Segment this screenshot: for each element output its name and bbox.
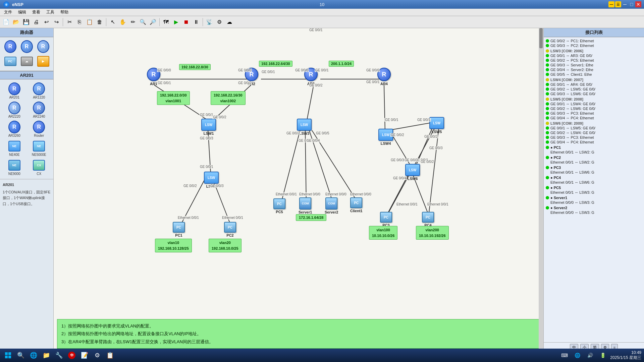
device-ar2220[interactable]: R AR2220 bbox=[3, 101, 26, 119]
port-item-pc1[interactable]: Ethernet 0/0/1 ↔ LSW2: G bbox=[545, 150, 643, 155]
port-item-18[interactable]: GE 0/0/4 ↔ PC4: Ethernet bbox=[545, 140, 643, 144]
device-router3[interactable]: R bbox=[36, 40, 51, 53]
node-server2[interactable]: COM Server2 bbox=[325, 197, 338, 214]
device-auto1[interactable]: ▶ bbox=[36, 55, 51, 68]
device-ne5000e[interactable]: NE NE5000E bbox=[28, 139, 51, 157]
node-server1[interactable]: COM Server1 bbox=[299, 197, 312, 214]
port-item-8[interactable]: GE 0/0/1 ↔ AR4: GE 0/0/ bbox=[545, 82, 643, 87]
tb-save[interactable]: 💾 bbox=[21, 17, 31, 27]
menu-view[interactable]: 查看 bbox=[30, 9, 43, 16]
port-item-9[interactable]: GE 0/0/2 ↔ LSW5: GE 0/0/ bbox=[545, 87, 643, 92]
tb-settings[interactable]: ⚙ bbox=[215, 17, 224, 27]
device-ne9000[interactable]: NE NE9000 bbox=[3, 159, 26, 176]
node-pc1[interactable]: PC PC1 bbox=[173, 222, 185, 237]
tb-stop[interactable]: ⏹ bbox=[181, 17, 191, 27]
tb-battery-icon[interactable]: 🔋 bbox=[597, 350, 608, 361]
menu-file[interactable]: 文件 bbox=[1, 9, 15, 16]
vertical-scrollbar[interactable] bbox=[539, 28, 543, 353]
tb-cut[interactable]: ✂ bbox=[65, 17, 74, 27]
win-minimize-button[interactable]: ─ bbox=[622, 1, 628, 7]
tb-paste[interactable]: 📋 bbox=[85, 17, 94, 27]
port-item-13[interactable]: GE 0/0/3 ↔ PC3: Ethernet bbox=[545, 111, 643, 116]
device-router-generic[interactable]: R Router bbox=[28, 120, 51, 138]
tb-wnmp-button[interactable]: 🔧 bbox=[54, 350, 64, 361]
menubar-toggle[interactable]: ☰ bbox=[615, 1, 621, 7]
port-item-pc5[interactable]: Ethernet 0/0/1 ↔ LSW3: G bbox=[545, 190, 643, 195]
device-ne40e[interactable]: NE NE40E bbox=[3, 139, 26, 157]
tb-topology[interactable]: 🗺 bbox=[161, 17, 171, 27]
device-ar1220[interactable]: R AR1220 bbox=[28, 82, 51, 100]
tb-edge-button[interactable]: 🌐 bbox=[28, 350, 39, 361]
port-item-6[interactable]: GE 0/0/4 ↔ Server2: Ethe bbox=[545, 67, 643, 72]
tb-zoomout[interactable]: 🔎 bbox=[148, 17, 158, 27]
device-ar3260[interactable]: R AR3260 bbox=[3, 120, 26, 138]
node-pc5[interactable]: PC PC5 bbox=[273, 198, 285, 214]
node-lsw1[interactable]: LSW LSW1 bbox=[201, 119, 216, 135]
menu-tools[interactable]: 工具 bbox=[44, 9, 57, 16]
port-item-4[interactable]: GE 0/0/2 ↔ PC5: Ethernet bbox=[545, 58, 643, 63]
device-router2[interactable]: R bbox=[19, 40, 34, 53]
tb-new[interactable]: 📄 bbox=[1, 17, 11, 27]
port-item-server1[interactable]: Ethernet 0/0/0 ↔ LSW3: G bbox=[545, 200, 643, 205]
tb-speaker-icon[interactable]: 🔊 bbox=[585, 350, 595, 361]
minimize-button[interactable]: ─ bbox=[608, 1, 614, 7]
node-pc3[interactable]: PC PC3 bbox=[380, 212, 392, 227]
tb-start[interactable]: ▶ bbox=[171, 17, 181, 27]
device-router1[interactable]: R bbox=[3, 40, 18, 53]
tb-explorer-button[interactable]: 📁 bbox=[41, 350, 52, 361]
tb-open[interactable]: 📂 bbox=[11, 17, 21, 27]
node-pc4[interactable]: PC PC4 bbox=[422, 212, 434, 227]
tb-huawei-button[interactable]: 华 bbox=[66, 350, 77, 361]
win-restore-button[interactable]: □ bbox=[629, 1, 635, 7]
tb-pause[interactable]: ⏸ bbox=[192, 17, 201, 27]
port-item-pc4[interactable]: Ethernet 0/0/1 ↔ LSW6: G bbox=[545, 180, 643, 185]
port-item-pc2[interactable]: Ethernet 0/0/1 ↔ LSW2: G bbox=[545, 160, 643, 165]
tb-zoomin[interactable]: 🔍 bbox=[138, 17, 148, 27]
node-pc2[interactable]: PC PC2 bbox=[224, 222, 236, 237]
node-lsw4[interactable]: LSW LSW4 bbox=[378, 129, 393, 145]
node-lsw5[interactable]: LSW LSW5 bbox=[429, 117, 444, 134]
node-client1[interactable]: PC Client1 bbox=[350, 197, 363, 213]
port-item-3[interactable]: GE 0/0/1 ↔ AR3: GE 0/0/ bbox=[545, 53, 643, 58]
tb-copy[interactable]: ⎘ bbox=[75, 17, 84, 27]
node-lsw6[interactable]: LSW LSW6 bbox=[405, 164, 420, 181]
tb-select[interactable]: ↖ bbox=[108, 17, 117, 27]
tb-redo[interactable]: ↪ bbox=[52, 17, 61, 27]
tb-keyboard-icon[interactable]: ⌨ bbox=[559, 350, 570, 361]
tb-search-button[interactable]: 🔍 bbox=[15, 350, 26, 361]
port-item-16[interactable]: GE 0/0/2 ↔ LSW4: GE 0/0/ bbox=[545, 130, 643, 135]
tb-settings-tb-button[interactable]: ⚙ bbox=[92, 350, 103, 361]
tb-draw[interactable]: ✏ bbox=[128, 17, 138, 27]
port-item-10[interactable]: GE 0/0/3 ↔ LSW6: GE 0/0/ bbox=[545, 92, 643, 96]
win-close-button[interactable]: ✕ bbox=[635, 1, 641, 7]
tb-delete[interactable]: 🗑 bbox=[95, 17, 104, 27]
tb-move[interactable]: ✋ bbox=[118, 17, 127, 27]
menu-edit[interactable]: 编辑 bbox=[15, 9, 29, 16]
tb-task-button[interactable]: 📋 bbox=[105, 350, 115, 361]
port-item-7[interactable]: GE 0/0/5 ↔ Client1: Ethe bbox=[545, 72, 643, 77]
port-item-14[interactable]: GE 0/0/4 ↔ PC4: Ethernet bbox=[545, 116, 643, 120]
port-item-12[interactable]: GE 0/0/2 ↔ LSW6: GE 0/0/ bbox=[545, 106, 643, 111]
tb-print[interactable]: 🖨 bbox=[32, 17, 41, 27]
port-item-5[interactable]: GE 0/0/3 ↔ Server1: Ethe bbox=[545, 63, 643, 67]
port-item-1[interactable]: GE 0/0/2 ↔ PC1: Ethernet bbox=[545, 39, 643, 43]
port-item-17[interactable]: GE 0/0/3 ↔ PC3: Ethernet bbox=[545, 135, 643, 140]
main-canvas[interactable]: R AR1 R AR2 R AR3 R AR4 LSW LSW1 LSW LSW… bbox=[54, 28, 543, 353]
port-item-2[interactable]: GE 0/0/3 ↔ PC2: Ethernet bbox=[545, 43, 643, 48]
port-item-pc3[interactable]: Ethernet 0/0/1 ↔ LSW6: G bbox=[545, 170, 643, 175]
device-cx[interactable]: CX CX bbox=[28, 159, 51, 176]
tb-capture[interactable]: 📡 bbox=[205, 17, 214, 27]
tb-network-icon[interactable]: 🌐 bbox=[572, 350, 583, 361]
tb-datetime[interactable]: 10:49 2025/1/15 星期三 bbox=[610, 350, 641, 361]
vscroll-thumb[interactable] bbox=[539, 28, 543, 48]
port-item-11[interactable]: GE 0/0/1 ↔ LSW4: GE 0/0/ bbox=[545, 102, 643, 106]
tb-cloud[interactable]: ☁ bbox=[225, 17, 234, 27]
win-start-button[interactable] bbox=[3, 350, 13, 361]
tb-wps-button[interactable]: 📝 bbox=[79, 350, 90, 361]
device-cloud1[interactable]: ☁ bbox=[19, 55, 34, 68]
device-pc1[interactable]: PC bbox=[3, 55, 18, 68]
tb-undo[interactable]: ↩ bbox=[42, 17, 51, 27]
port-item-server2[interactable]: Ethernet 0/0/0 ↔ LSW3: G bbox=[545, 210, 643, 215]
port-item-15[interactable]: GE 0/0/1 ↔ LSW5: GE 0/0/ bbox=[545, 126, 643, 130]
device-ar2240[interactable]: R AR2240 bbox=[28, 101, 51, 119]
